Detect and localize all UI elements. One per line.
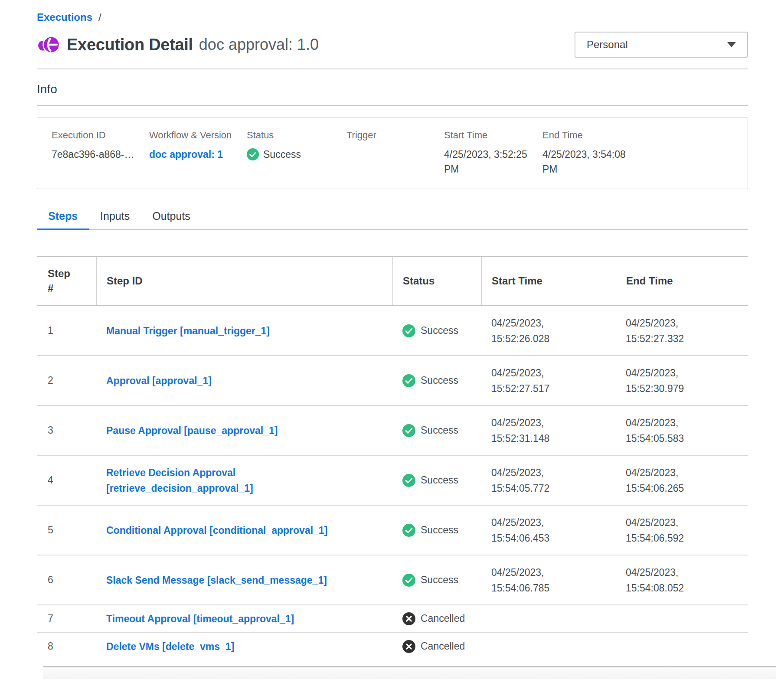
check-circle-icon	[402, 374, 415, 387]
start-time: 04/25/2023, 15:54:05.772	[491, 465, 578, 496]
page-title: Execution Detail	[67, 36, 193, 54]
status-cell: Success	[392, 474, 481, 487]
step-link[interactable]: Pause Approval [pause_approval_1]	[106, 423, 278, 438]
step-link[interactable]: Timeout Approval [timeout_approval_1]	[106, 611, 294, 627]
end-time-field: End Time 4/25/2023, 3:54:08 PM	[542, 130, 739, 176]
breadcrumb-separator: /	[98, 11, 101, 23]
start-time-value: 4/25/2023, 3:52:25 PM	[444, 147, 542, 176]
end-time: 04/25/2023, 15:54:06.265	[626, 465, 712, 496]
status-cell: Cancelled	[392, 612, 481, 625]
column-header-step-id: Step ID	[96, 257, 392, 305]
start-time: 04/25/2023, 15:52:27.517	[491, 365, 578, 396]
table-row: 4 Retrieve Decision Approval [retrieve_d…	[37, 456, 748, 506]
check-circle-icon	[402, 524, 415, 537]
page-header: Execution Detail doc approval: 1.0 Perso…	[37, 31, 748, 58]
steps-table: Step # Step ID Status Start Time End Tim…	[37, 256, 748, 660]
check-circle-icon	[402, 424, 415, 437]
check-circle-icon	[247, 148, 259, 160]
breadcrumb-executions-link[interactable]: Executions	[37, 11, 92, 23]
page-subtitle: doc approval: 1.0	[199, 36, 319, 54]
workflow-brand-icon	[37, 33, 60, 56]
divider	[37, 69, 748, 69]
execution-info-card: Execution ID 7e8ac396-a868-… Workflow & …	[37, 117, 748, 189]
status-label: Success	[263, 147, 301, 162]
x-circle-icon	[402, 612, 415, 625]
field-label: End Time	[542, 130, 739, 141]
status-value: Success	[247, 147, 346, 162]
status-label: Success	[421, 524, 458, 536]
table-row: 7 Timeout Approval [timeout_approval_1] …	[37, 605, 748, 633]
end-time: 04/25/2023, 15:52:30.979	[626, 365, 712, 396]
status-cell: Success	[392, 324, 481, 337]
step-number: 5	[37, 524, 96, 536]
tab-inputs[interactable]: Inputs	[89, 210, 141, 230]
table-row: 5 Conditional Approval [conditional_appr…	[37, 506, 748, 555]
status-label: Cancelled	[421, 613, 465, 624]
status-cell: Cancelled	[392, 640, 481, 653]
detail-tabs: Steps Inputs Outputs	[37, 210, 748, 230]
tab-outputs[interactable]: Outputs	[141, 210, 202, 230]
status-cell: Success	[392, 424, 481, 437]
status-label: Success	[421, 425, 458, 436]
step-number: 6	[37, 574, 96, 586]
tab-steps[interactable]: Steps	[37, 210, 89, 230]
check-circle-icon	[402, 324, 415, 337]
field-label: Status	[247, 130, 346, 141]
step-number: 3	[37, 425, 96, 436]
steps-table-header: Step # Step ID Status Start Time End Tim…	[37, 256, 748, 306]
execution-id-value: 7e8ac396-a868-…	[52, 147, 149, 162]
end-time-value: 4/25/2023, 3:54:08 PM	[542, 147, 643, 176]
workspace-select-value: Personal	[587, 39, 628, 51]
table-row: 1 Manual Trigger [manual_trigger_1] Succ…	[37, 306, 748, 356]
x-circle-icon	[402, 640, 415, 653]
column-header-step-number: Step #	[37, 257, 96, 305]
step-number: 4	[37, 474, 96, 486]
step-number: 2	[37, 375, 96, 386]
field-label: Execution ID	[52, 130, 149, 141]
field-label: Start Time	[444, 130, 542, 141]
table-row: 2 Approval [approval_1] Success 04/25/20…	[37, 356, 748, 406]
start-time-field: Start Time 4/25/2023, 3:52:25 PM	[444, 130, 542, 176]
execution-detail-page: Executions / Execution Detail doc approv…	[0, 0, 784, 679]
column-header-end-time: End Time	[616, 257, 748, 305]
status-field: Status Success	[247, 130, 346, 176]
status-label: Success	[421, 574, 458, 586]
check-circle-icon	[402, 574, 415, 587]
workflow-version-field: Workflow & Version doc approval: 1	[149, 130, 247, 176]
status-cell: Success	[392, 524, 481, 537]
start-time: 04/25/2023, 15:54:06.453	[491, 515, 578, 546]
divider	[37, 105, 748, 106]
start-time: 04/25/2023, 15:52:26.028	[491, 315, 578, 346]
step-link[interactable]: Slack Send Message [slack_send_message_1…	[106, 572, 327, 588]
start-time: 04/25/2023, 15:52:31.148	[491, 415, 578, 446]
table-row: 8 Delete VMs [delete_vms_1] Cancelled	[37, 633, 748, 660]
column-header-start-time: Start Time	[481, 257, 616, 305]
step-link[interactable]: Delete VMs [delete_vms_1]	[106, 639, 234, 654]
status-label: Success	[421, 375, 458, 386]
step-link[interactable]: Conditional Approval [conditional_approv…	[106, 523, 327, 538]
chevron-down-icon	[727, 42, 736, 47]
step-number: 1	[37, 325, 96, 336]
status-label: Cancelled	[421, 640, 465, 652]
step-link[interactable]: Retrieve Decision Approval [retrieve_dec…	[106, 465, 375, 496]
workflow-link[interactable]: doc approval: 1	[149, 147, 247, 162]
workspace-select[interactable]: Personal	[575, 32, 748, 58]
divider	[43, 666, 776, 679]
table-row: 3 Pause Approval [pause_approval_1] Succ…	[37, 406, 748, 456]
step-link[interactable]: Manual Trigger [manual_trigger_1]	[106, 323, 270, 339]
table-row: 6 Slack Send Message [slack_send_message…	[37, 555, 748, 605]
status-cell: Success	[392, 374, 481, 387]
step-number: 7	[37, 613, 96, 624]
status-label: Success	[421, 474, 458, 486]
breadcrumb: Executions /	[37, 11, 748, 23]
step-link[interactable]: Approval [approval_1]	[106, 373, 212, 389]
status-label: Success	[421, 325, 458, 336]
end-time: 04/25/2023, 15:54:08.052	[626, 565, 712, 596]
check-circle-icon	[402, 474, 415, 487]
end-time: 04/25/2023, 15:54:05.583	[626, 415, 712, 446]
field-label: Trigger	[346, 130, 444, 141]
end-time: 04/25/2023, 15:52:27.332	[626, 315, 712, 346]
execution-id-field: Execution ID 7e8ac396-a868-…	[52, 130, 149, 176]
trigger-field: Trigger	[346, 130, 444, 176]
step-number: 8	[37, 640, 96, 652]
